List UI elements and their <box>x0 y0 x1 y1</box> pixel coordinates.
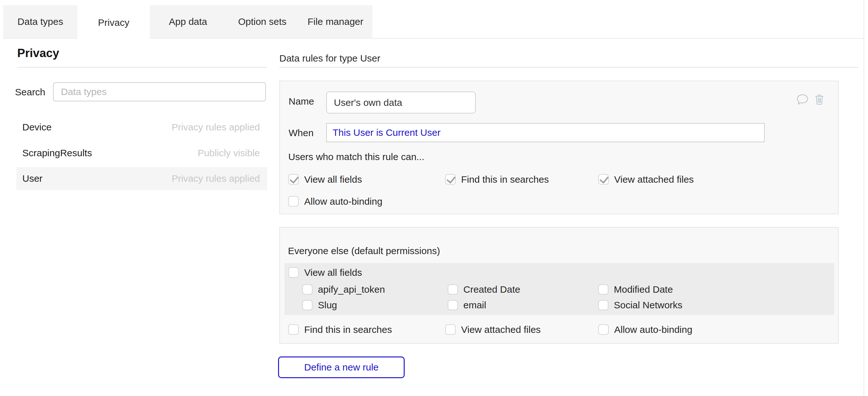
field-slug[interactable]: Slug <box>302 300 337 310</box>
list-item-scrapingresults[interactable]: ScrapingResults Publicly visible <box>16 142 267 164</box>
perm-find-in-searches-default[interactable]: Find this in searches <box>288 324 392 335</box>
tab-option-sets[interactable]: Option sets <box>226 5 299 38</box>
when-label: When <box>288 127 313 139</box>
checkbox-unchecked[interactable] <box>288 324 299 335</box>
when-condition-text[interactable]: This User is Current User <box>333 127 440 138</box>
comment-icon[interactable] <box>797 94 808 105</box>
rule-subtitle: Users who match this rule can... <box>288 151 425 162</box>
rule-card: Name When This User is Current User User… <box>279 81 839 214</box>
data-type-status: Publicly visible <box>198 148 260 158</box>
checkbox-unchecked[interactable] <box>288 196 299 207</box>
left-panel-title: Privacy <box>17 47 59 60</box>
list-item-user[interactable]: User Privacy rules applied <box>16 167 267 190</box>
checkbox-unchecked[interactable] <box>598 300 609 310</box>
checkbox-checked[interactable] <box>445 174 456 185</box>
field-email[interactable]: email <box>448 300 486 310</box>
search-input[interactable] <box>53 82 266 101</box>
data-type-name: User <box>22 173 42 184</box>
perm-view-all-fields-default[interactable]: View all fields <box>288 267 362 278</box>
checkbox-unchecked[interactable] <box>448 300 458 310</box>
field-apify-api-token[interactable]: apify_api_token <box>302 284 385 295</box>
rule-name-input[interactable] <box>326 92 476 114</box>
perm-allow-auto-binding[interactable]: Allow auto-binding <box>288 196 382 207</box>
tab-privacy[interactable]: Privacy <box>78 5 150 40</box>
data-type-list: Device Privacy rules applied ScrapingRes… <box>16 116 267 190</box>
trash-icon[interactable] <box>815 94 824 105</box>
perm-allow-auto-binding-default[interactable]: Allow auto-binding <box>598 324 692 335</box>
data-type-status: Privacy rules applied <box>172 122 260 133</box>
tab-app-data[interactable]: App data <box>150 5 226 38</box>
checkbox-unchecked[interactable] <box>598 284 609 295</box>
tabbar: Data types Privacy App data Option sets … <box>3 5 372 38</box>
data-type-name: Device <box>22 122 52 133</box>
default-permissions-card: Everyone else (default permissions) View… <box>279 227 839 344</box>
when-condition-box[interactable]: This User is Current User <box>326 123 765 142</box>
field-created-date[interactable]: Created Date <box>448 284 520 295</box>
perm-view-attached-files[interactable]: View attached files <box>598 174 694 185</box>
checkbox-unchecked[interactable] <box>448 284 458 295</box>
data-type-status: Privacy rules applied <box>172 173 260 184</box>
checkbox-unchecked[interactable] <box>302 300 312 310</box>
checkbox-unchecked[interactable] <box>302 284 312 295</box>
checkbox-unchecked[interactable] <box>598 324 609 335</box>
right-page-border <box>864 0 864 396</box>
tab-file-manager[interactable]: File manager <box>299 5 372 38</box>
checkbox-checked[interactable] <box>288 174 299 185</box>
perm-find-in-searches[interactable]: Find this in searches <box>445 174 549 185</box>
field-modified-date[interactable]: Modified Date <box>598 284 673 295</box>
field-social-networks[interactable]: Social Networks <box>598 300 682 310</box>
left-panel-divider <box>17 67 267 68</box>
data-type-name: ScrapingResults <box>22 148 92 158</box>
search-label: Search <box>15 87 45 97</box>
checkbox-checked[interactable] <box>598 174 609 185</box>
main-divider <box>279 67 859 68</box>
default-permissions-title: Everyone else (default permissions) <box>288 245 440 257</box>
perm-view-attached-files-default[interactable]: View attached files <box>445 324 541 335</box>
define-new-rule-button[interactable]: Define a new rule <box>278 357 405 378</box>
perm-view-all-fields[interactable]: View all fields <box>288 174 362 185</box>
list-item-device[interactable]: Device Privacy rules applied <box>16 116 267 139</box>
tab-data-types[interactable]: Data types <box>3 5 78 38</box>
main-title: Data rules for type User <box>279 53 380 64</box>
name-label: Name <box>288 96 314 107</box>
checkbox-unchecked[interactable] <box>445 324 456 335</box>
checkbox-unchecked[interactable] <box>288 267 299 278</box>
